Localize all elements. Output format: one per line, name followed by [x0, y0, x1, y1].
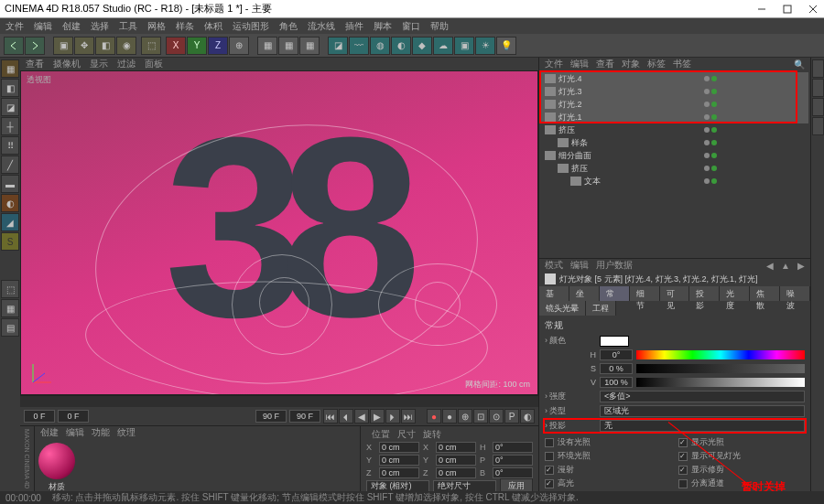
object-mode[interactable]: ◪	[1, 98, 19, 116]
key-pla[interactable]: ◐	[520, 409, 535, 424]
close-button[interactable]	[807, 3, 819, 16]
menu-edit[interactable]: 编辑	[34, 20, 52, 33]
sat-slider[interactable]	[636, 364, 805, 373]
prop-tab-坐标[interactable]: 坐标	[569, 286, 600, 301]
edge-mode[interactable]: ╱	[1, 155, 19, 174]
checkbox-6[interactable]	[545, 479, 554, 488]
goto-end[interactable]: ⏭	[401, 409, 416, 424]
attr-nav-fwd[interactable]: ▶	[797, 261, 805, 271]
shadow-dropdown[interactable]: 无	[600, 420, 805, 432]
menu-help[interactable]: 帮助	[430, 20, 449, 33]
size-y[interactable]	[436, 455, 476, 466]
obj-tab-tag[interactable]: 标签	[647, 58, 666, 70]
obj-tab-file[interactable]: 文件	[545, 58, 563, 70]
tree-row-0[interactable]: 灯光.4	[541, 72, 808, 85]
checkbox-0[interactable]	[545, 438, 554, 447]
environment[interactable]: ☁	[433, 37, 453, 55]
axis-mode[interactable]: ┼	[1, 117, 19, 135]
key-scale[interactable]: ⊡	[473, 409, 488, 424]
tree-row-6[interactable]: 细分曲面	[541, 149, 808, 162]
coord-scale-dropdown[interactable]: 绝对尺寸	[433, 480, 496, 492]
menu-plugins[interactable]: 插件	[345, 20, 363, 33]
menu-pipeline[interactable]: 流水线	[308, 20, 335, 33]
light-primitive[interactable]: ☀	[475, 37, 495, 55]
vp-menu-display[interactable]: 显示	[90, 58, 108, 70]
coord-y[interactable]	[379, 455, 419, 466]
viewport-3d[interactable]: 透视图 38 网格间距: 100 cm	[20, 70, 538, 395]
layout-btn-3[interactable]	[812, 98, 824, 116]
checkbox-7[interactable]	[678, 479, 688, 488]
menu-tools[interactable]: 工具	[119, 20, 137, 33]
bulb-icon[interactable]: 💡	[496, 37, 516, 55]
mat-tab-edit[interactable]: 编辑	[66, 426, 84, 439]
vp-menu-panel[interactable]: 面板	[145, 58, 163, 70]
axis-z-toggle[interactable]: Z	[208, 37, 228, 55]
hsv-s[interactable]	[600, 363, 633, 374]
tree-row-7[interactable]: 挤压	[541, 162, 808, 175]
hsv-h[interactable]	[600, 349, 633, 360]
coord-tab-pos[interactable]: 位置	[372, 428, 390, 441]
record-key[interactable]: ●	[427, 409, 441, 424]
key-rot[interactable]: ⊙	[489, 409, 504, 424]
coord-tab-rot[interactable]: 旋转	[423, 428, 441, 441]
layout-btn-4[interactable]	[812, 117, 824, 135]
time-start-field[interactable]	[24, 410, 55, 423]
vp-menu-filter[interactable]: 过滤	[117, 58, 136, 70]
intensity-field[interactable]: <多值>	[600, 391, 805, 402]
next-key[interactable]: ⏵	[385, 409, 400, 424]
model-mode[interactable]: ◧	[1, 79, 19, 97]
prop-tab-焦散[interactable]: 焦散	[750, 286, 780, 301]
maximize-button[interactable]	[781, 3, 794, 16]
checkbox-4[interactable]	[545, 466, 554, 475]
size-x[interactable]	[436, 442, 476, 453]
attr-nav-up[interactable]: ▲	[781, 261, 790, 271]
hsv-v[interactable]	[600, 377, 633, 388]
tree-row-3[interactable]: 灯光.1	[541, 111, 808, 123]
tweak-mode[interactable]: ⬚	[1, 280, 19, 298]
minimize-button[interactable]	[755, 3, 768, 16]
vp-menu-camera[interactable]: 摄像机	[53, 58, 81, 70]
spline-primitive[interactable]: 〰	[349, 37, 369, 55]
time-ruler[interactable]	[20, 396, 538, 407]
menu-mograph[interactable]: 运动图形	[233, 20, 269, 33]
rot-h[interactable]	[493, 442, 533, 453]
attr-tab-user[interactable]: 用户数据	[596, 259, 633, 272]
poly-mode[interactable]: ▬	[1, 175, 19, 193]
xray[interactable]: ▤	[1, 318, 19, 337]
vp-menu-view[interactable]: 查看	[26, 58, 44, 70]
prop-tab-投影[interactable]: 投影	[689, 286, 720, 301]
light-type-dropdown[interactable]: 区域光	[600, 405, 805, 417]
coord-tab-size[interactable]: 尺寸	[397, 428, 416, 441]
mat-tab-create[interactable]: 创建	[40, 426, 59, 439]
render-view[interactable]: ▦	[257, 37, 277, 55]
mat-tab-func[interactable]: 功能	[92, 426, 110, 439]
menu-create[interactable]: 创建	[62, 20, 81, 33]
workplane[interactable]: ◢	[1, 213, 19, 231]
checkbox-5[interactable]	[678, 466, 688, 475]
mat-tab-tex[interactable]: 纹理	[117, 426, 136, 439]
attr-nav-back[interactable]: ◀	[766, 261, 774, 271]
prop-tab-细节[interactable]: 细节	[630, 286, 660, 301]
snap-toggle[interactable]: S	[1, 232, 19, 251]
play-fwd[interactable]: ▶	[370, 409, 385, 424]
camera-primitive[interactable]: ▣	[454, 37, 474, 55]
key-param[interactable]: P	[504, 409, 519, 424]
coord-mode-dropdown[interactable]: 对象 (相对)	[366, 480, 429, 492]
tree-row-4[interactable]: 挤压	[541, 123, 808, 136]
coord-system[interactable]: ⊕	[229, 37, 249, 55]
search-icon[interactable]: 🔍	[794, 59, 805, 70]
rotate-tool[interactable]: ◉	[116, 37, 136, 55]
prev-key[interactable]: ⏴	[339, 409, 353, 424]
tree-row-5[interactable]: 样条	[541, 136, 808, 149]
attr-tab-mode[interactable]: 模式	[545, 259, 563, 272]
tree-row-1[interactable]: 灯光.3	[541, 85, 808, 98]
texture-mode[interactable]: ◐	[1, 194, 19, 212]
obj-tab-view[interactable]: 查看	[596, 58, 614, 70]
axis-y-toggle[interactable]: Y	[187, 37, 207, 55]
color-swatch[interactable]	[600, 336, 629, 347]
rot-b[interactable]	[493, 467, 533, 478]
val-slider[interactable]	[636, 378, 805, 387]
key-pos[interactable]: ⊕	[458, 409, 472, 424]
layout-btn-1[interactable]	[812, 59, 824, 78]
nurbs-primitive[interactable]: ◍	[370, 37, 390, 55]
